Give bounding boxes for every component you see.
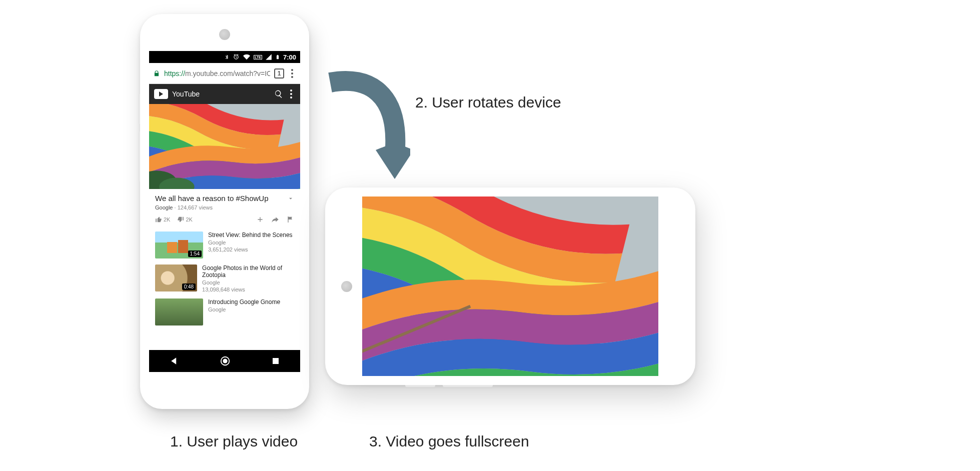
phone-landscape-frame xyxy=(325,188,695,385)
rotation-arrow-icon xyxy=(320,65,410,180)
alarm-icon xyxy=(233,54,240,60)
video-info-panel: We all have a reason to #ShowUp Google ·… xyxy=(149,189,300,228)
video-views: 124,667 views xyxy=(178,204,213,210)
clock-text: 7:00 xyxy=(283,54,296,61)
list-item[interactable]: Introducing Google Gnome Google xyxy=(149,296,300,328)
status-bar: LTE 7:00 xyxy=(149,51,300,63)
search-icon[interactable] xyxy=(274,90,283,98)
duration-badge: 1:54 xyxy=(188,250,202,257)
youtube-header: YouTube xyxy=(149,84,300,104)
recents-icon[interactable] xyxy=(271,356,280,366)
back-icon[interactable] xyxy=(169,356,179,366)
video-title: We all have a reason to #ShowUp xyxy=(155,194,287,202)
youtube-logo-icon[interactable] xyxy=(154,89,168,99)
list-item[interactable]: 1:54 Street View: Behind the Scenes Goog… xyxy=(149,228,300,262)
fullscreen-video-image xyxy=(362,196,658,376)
bluetooth-icon xyxy=(224,54,230,60)
signal-icon xyxy=(265,54,272,60)
dislike-button[interactable]: 2K xyxy=(177,216,192,223)
url-text[interactable]: https:// m.youtube.com/watch?v=IOS xyxy=(164,70,270,78)
browser-menu-button[interactable] xyxy=(288,69,296,78)
related-thumbnail: 1:54 xyxy=(155,232,203,258)
video-player[interactable] xyxy=(149,104,300,189)
duration-badge: 0:48 xyxy=(182,284,196,290)
phone-portrait-screen: LTE 7:00 https:// m.youtube.com/watch?v=… xyxy=(149,51,300,372)
expand-caret-icon[interactable] xyxy=(287,195,294,202)
add-to-playlist-icon[interactable] xyxy=(256,216,264,224)
related-author: Google xyxy=(208,240,293,246)
browser-url-bar[interactable]: https:// m.youtube.com/watch?v=IOS 1 xyxy=(149,63,300,84)
list-item[interactable]: 0:48 Google Photos in the World of Zooto… xyxy=(149,262,300,296)
related-title: Street View: Behind the Scenes xyxy=(208,232,293,238)
phone-portrait-frame: LTE 7:00 https:// m.youtube.com/watch?v=… xyxy=(140,14,309,409)
svg-rect-5 xyxy=(273,358,279,364)
home-icon[interactable] xyxy=(220,356,231,366)
tab-count-button[interactable]: 1 xyxy=(274,68,284,78)
caption-step-3: 3. Video goes fullscreen xyxy=(369,433,529,450)
video-author[interactable]: Google xyxy=(155,204,173,210)
related-thumbnail xyxy=(155,298,203,326)
related-thumbnail: 0:48 xyxy=(155,264,197,292)
related-title: Google Photos in the World of Zootopia xyxy=(202,264,294,278)
related-author: Google xyxy=(208,306,280,312)
power-button xyxy=(138,132,140,182)
related-author: Google xyxy=(202,280,294,286)
svg-point-4 xyxy=(223,358,227,363)
phone-landscape-screen[interactable] xyxy=(362,196,658,376)
volume-button xyxy=(138,94,140,124)
related-views: 13,098,648 views xyxy=(202,286,294,292)
caption-step-1: 1. User plays video xyxy=(170,433,298,450)
related-videos-list[interactable]: 1:54 Street View: Behind the Scenes Goog… xyxy=(149,228,300,350)
flag-icon[interactable] xyxy=(286,216,294,224)
lock-icon xyxy=(153,70,160,77)
lte-label: LTE xyxy=(254,55,262,60)
video-subtitle: Google · 124,667 views xyxy=(155,204,294,210)
battery-icon xyxy=(275,54,280,60)
android-nav-bar xyxy=(149,350,300,372)
wifi-icon xyxy=(243,54,251,60)
share-icon[interactable] xyxy=(271,216,279,224)
related-title: Introducing Google Gnome xyxy=(208,298,280,306)
power-button xyxy=(443,385,493,387)
related-views: 3,651,202 views xyxy=(208,246,293,252)
like-button[interactable]: 2K xyxy=(155,216,170,223)
volume-button xyxy=(405,385,435,387)
youtube-brand-text: YouTube xyxy=(172,90,270,98)
caption-step-2: 2. User rotates device xyxy=(415,94,561,111)
video-thumbnail-image xyxy=(149,104,300,189)
youtube-menu-button[interactable] xyxy=(287,90,295,98)
